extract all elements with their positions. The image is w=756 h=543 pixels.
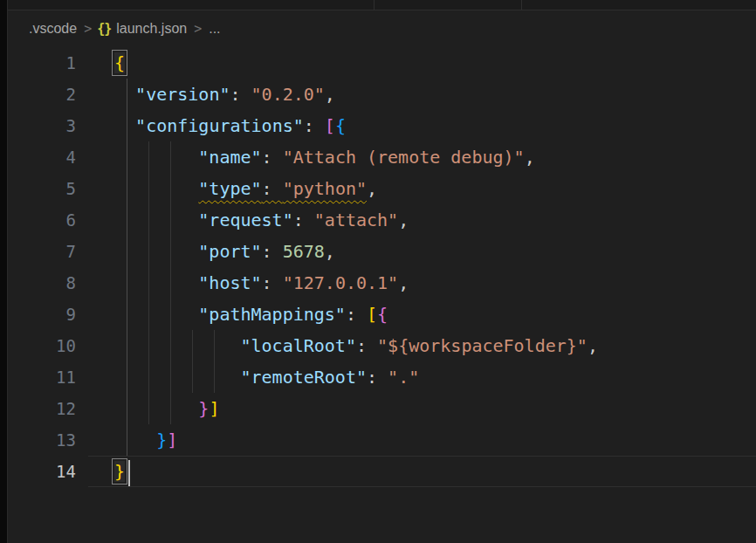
line-number[interactable]: 8 bbox=[66, 273, 76, 292]
line-number[interactable]: 3 bbox=[66, 116, 76, 135]
token-str: "attach" bbox=[314, 210, 398, 230]
token-str: "python" bbox=[283, 178, 367, 199]
line-number[interactable]: 2 bbox=[66, 85, 76, 104]
editor-gutter: 9 bbox=[8, 299, 88, 330]
token-str: "." bbox=[388, 367, 419, 388]
indent-guide bbox=[127, 393, 127, 424]
token-b1: ] bbox=[209, 398, 219, 419]
indent-whitespace bbox=[114, 115, 135, 136]
token-num: 5678 bbox=[283, 241, 325, 262]
line-number[interactable]: 9 bbox=[66, 305, 76, 324]
code-line[interactable]: 6 "request": "attach", bbox=[8, 204, 756, 236]
code-line[interactable]: 8 "host": "127.0.0.1", bbox=[8, 267, 756, 299]
line-number[interactable]: 5 bbox=[66, 179, 76, 198]
tab-separator bbox=[521, 0, 522, 10]
line-number[interactable]: 7 bbox=[66, 242, 76, 261]
token-pun: : bbox=[230, 84, 251, 105]
line-number[interactable]: 10 bbox=[56, 336, 76, 355]
line-number[interactable]: 12 bbox=[56, 399, 76, 418]
breadcrumb-item-folder[interactable]: .vscode bbox=[29, 21, 77, 37]
code-line-content[interactable]: "port": 5678, bbox=[88, 236, 756, 267]
line-number[interactable]: 13 bbox=[56, 430, 76, 450]
indent-guide bbox=[148, 393, 149, 424]
line-number[interactable]: 11 bbox=[56, 368, 76, 387]
token-str: "0.2.0" bbox=[251, 84, 325, 105]
code-line-content[interactable]: "localRoot": "${workspaceFolder}", bbox=[88, 330, 756, 361]
code-line-content[interactable]: "remoteRoot": "." bbox=[88, 361, 756, 393]
indent-guide bbox=[127, 236, 127, 267]
indent-guide bbox=[127, 361, 127, 393]
indent-guide bbox=[127, 110, 127, 141]
code-line[interactable]: 14} bbox=[8, 456, 756, 487]
indent-guide bbox=[170, 204, 171, 236]
editor-gutter: 14 bbox=[8, 456, 88, 487]
breadcrumb-item-overflow[interactable]: ... bbox=[209, 21, 220, 37]
code-line[interactable]: 11 "remoteRoot": "." bbox=[8, 361, 756, 393]
indent-guide bbox=[127, 204, 127, 236]
window-left-edge bbox=[0, 0, 8, 543]
code-line[interactable]: 2 "version": "0.2.0", bbox=[8, 79, 756, 110]
indent-guide bbox=[127, 424, 127, 456]
code-line-content[interactable]: } bbox=[88, 456, 756, 487]
editor-gutter: 5 bbox=[8, 173, 88, 204]
token-b1: [ bbox=[367, 304, 377, 325]
code-line[interactable]: 5 "type": "python", bbox=[8, 173, 756, 204]
token-key: "remoteRoot" bbox=[241, 367, 368, 388]
editor-gutter: 11 bbox=[8, 361, 88, 393]
line-number[interactable]: 1 bbox=[66, 53, 76, 72]
code-line[interactable]: 9 "pathMappings": [{ bbox=[8, 299, 756, 330]
code-line-content[interactable]: "request": "attach", bbox=[88, 204, 756, 236]
code-line-content[interactable]: { bbox=[88, 47, 756, 79]
token-b3: { bbox=[335, 115, 346, 136]
token-key: "type" bbox=[198, 178, 261, 199]
token-pun: , bbox=[325, 241, 335, 262]
token-key: "request" bbox=[198, 210, 292, 230]
breadcrumb: .vscode>{}launch.json>... bbox=[8, 10, 756, 47]
code-line[interactable]: 1{ bbox=[8, 47, 756, 79]
indent-guide bbox=[148, 267, 149, 299]
indent-guide bbox=[148, 204, 149, 236]
code-editor[interactable]: 1{2 "version": "0.2.0",3 "configurations… bbox=[8, 47, 756, 543]
token-pun: , bbox=[588, 335, 598, 356]
breadcrumb-item-file[interactable]: launch.json bbox=[116, 21, 187, 37]
code-line-content[interactable]: "name": "Attach (remote debug)", bbox=[88, 141, 756, 173]
indent-guide bbox=[127, 141, 127, 173]
text-cursor bbox=[128, 460, 130, 486]
token-pun: : bbox=[262, 178, 283, 199]
token-pun: : bbox=[262, 272, 283, 293]
code-line[interactable]: 7 "port": 5678, bbox=[8, 236, 756, 267]
code-line-content[interactable]: "type": "python", bbox=[88, 173, 756, 204]
token-pun: , bbox=[398, 272, 409, 293]
indent-guide bbox=[170, 361, 171, 393]
editor-gutter: 8 bbox=[8, 267, 88, 299]
token-pun: : bbox=[262, 241, 283, 262]
code-line-content[interactable]: "host": "127.0.0.1", bbox=[88, 267, 756, 299]
code-line[interactable]: 13 }] bbox=[8, 424, 756, 456]
code-line[interactable]: 3 "configurations": [{ bbox=[8, 110, 756, 141]
matched-bracket: } bbox=[114, 461, 125, 482]
indent-guide bbox=[127, 299, 127, 330]
tab-separator bbox=[374, 0, 375, 10]
line-number[interactable]: 14 bbox=[56, 462, 76, 481]
editor-gutter: 13 bbox=[8, 424, 88, 456]
token-b2: [ bbox=[325, 115, 335, 136]
indent-guide bbox=[170, 299, 171, 330]
code-line-content[interactable]: }] bbox=[88, 393, 756, 424]
code-line[interactable]: 4 "name": "Attach (remote debug)", bbox=[8, 141, 756, 173]
indent-guide bbox=[127, 267, 127, 299]
token-pun: , bbox=[398, 210, 409, 230]
indent-whitespace bbox=[114, 430, 156, 450]
code-line[interactable]: 12 }] bbox=[8, 393, 756, 424]
token-key: "localRoot" bbox=[241, 335, 356, 356]
indent-guide bbox=[148, 141, 149, 173]
token-key: "name" bbox=[198, 147, 261, 168]
code-line-content[interactable]: }] bbox=[88, 424, 756, 456]
code-line-content[interactable]: "version": "0.2.0", bbox=[88, 79, 756, 110]
line-number[interactable]: 6 bbox=[66, 210, 76, 230]
code-line[interactable]: 10 "localRoot": "${workspaceFolder}", bbox=[8, 330, 756, 361]
line-number[interactable]: 4 bbox=[66, 148, 76, 167]
code-line-content[interactable]: "pathMappings": [{ bbox=[88, 299, 756, 330]
indent-guide bbox=[214, 330, 215, 361]
indent-guide bbox=[148, 330, 149, 361]
code-line-content[interactable]: "configurations": [{ bbox=[88, 110, 756, 141]
